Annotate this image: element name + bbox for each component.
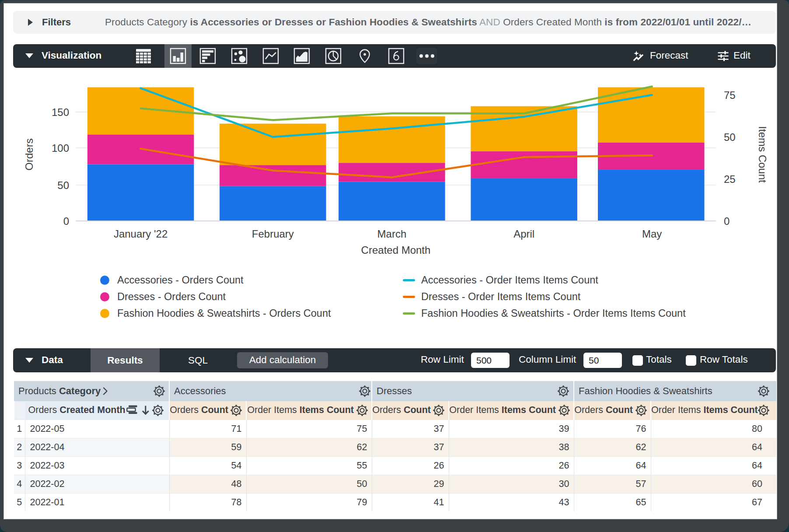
svg-text:150: 150 — [52, 106, 69, 118]
svg-text:Items Count: Items Count — [757, 126, 768, 183]
svg-text:February: February — [252, 228, 294, 240]
svg-text:100: 100 — [52, 142, 69, 154]
svg-text:April: April — [513, 228, 534, 240]
svg-text:March: March — [377, 228, 407, 240]
svg-text:May: May — [642, 228, 662, 240]
svg-text:0: 0 — [724, 215, 730, 227]
svg-text:50: 50 — [57, 179, 69, 191]
svg-text:50: 50 — [724, 131, 736, 143]
svg-text:25: 25 — [724, 173, 736, 185]
svg-text:0: 0 — [63, 215, 69, 227]
svg-text:January '22: January '22 — [114, 228, 168, 240]
svg-text:75: 75 — [724, 89, 736, 101]
svg-text:Created Month: Created Month — [361, 244, 431, 256]
svg-text:Orders: Orders — [23, 138, 35, 170]
